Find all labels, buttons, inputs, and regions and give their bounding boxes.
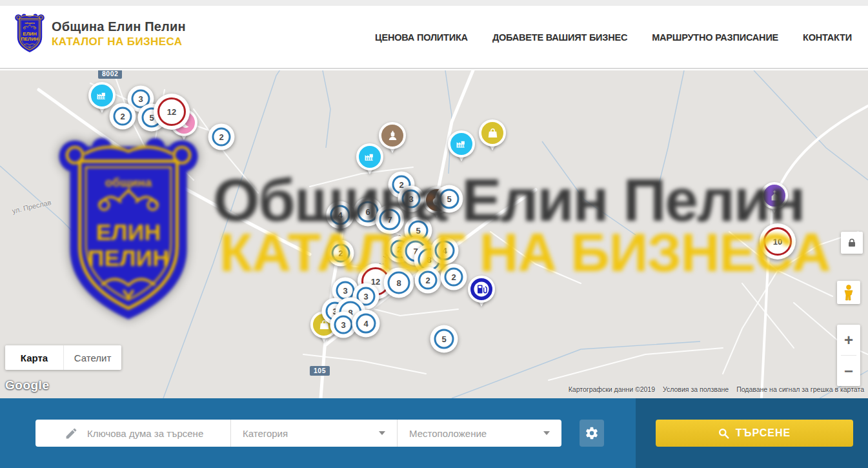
cluster-count: 2 [212, 128, 231, 147]
svg-text:община: община [25, 21, 35, 25]
location-select-value: Местоположение [409, 428, 487, 439]
search-bar: Категория Местоположение ТЪРСЕНЕ [0, 398, 868, 468]
nav-link-pricing[interactable]: ЦЕНОВА ПОЛИТИКА [375, 32, 468, 43]
cluster-count: 4 [356, 314, 376, 334]
business-pin-bag[interactable] [478, 119, 507, 157]
zoom-control: + − [837, 325, 860, 386]
cluster-marker[interactable]: 3 [398, 186, 425, 212]
site-title: Община Елин Пелин [52, 19, 186, 34]
gear-icon [585, 426, 599, 440]
zoom-in-button[interactable]: + [837, 325, 860, 355]
site-logo[interactable]: община ЕЛИН ПЕЛИН Община Елин Пелин КАТА… [14, 13, 186, 54]
category-select[interactable]: Категория [230, 420, 397, 447]
nav-link-add-business[interactable]: ДОБАВЕТЕ ВАШИЯТ БИЗНЕС [492, 32, 627, 43]
worker-icon [379, 122, 406, 149]
chevron-down-icon [379, 431, 385, 435]
pencil-icon [65, 427, 78, 440]
advanced-settings-button[interactable] [580, 420, 604, 447]
road-badge: 8002 [98, 70, 122, 79]
nav-link-contacts[interactable]: КОНТАКТИ [803, 32, 852, 43]
cluster-count: 2 [419, 271, 438, 290]
keyword-search-input[interactable] [87, 428, 226, 439]
nav-link-schedule[interactable]: МАРШРУТНО РАЗПИСАНИЕ [652, 32, 778, 43]
cluster-marker[interactable]: 7 [376, 205, 405, 234]
chevron-down-icon [543, 431, 550, 435]
street-view-pegman-button[interactable] [837, 281, 860, 304]
business-pin-church[interactable] [760, 182, 789, 219]
lock-icon [847, 238, 857, 248]
factory-icon [448, 130, 475, 158]
church-icon [761, 182, 788, 209]
cluster-count: 2 [332, 244, 350, 263]
site-subtitle: КАТАЛОГ НА БИЗНЕСА [52, 36, 186, 48]
keyword-field-wrap [35, 420, 230, 447]
report-error-link[interactable]: Подаване на сигнал за грешка в картата [736, 385, 864, 393]
search-fields-group: Категория Местоположение [35, 420, 561, 447]
cluster-marker[interactable]: 2 [328, 240, 354, 267]
svg-text:ЕЛИН: ЕЛИН [23, 31, 36, 37]
attribution-copyright: Картографски данни ©2019 [569, 385, 655, 393]
map-type-control: Карта Сателит [5, 345, 121, 370]
cluster-marker[interactable]: 2 [208, 124, 235, 150]
terms-link[interactable]: Условия за ползване [663, 385, 729, 393]
search-button-label: ТЪРСЕНЕ [736, 427, 791, 439]
cluster-count: 5 [439, 189, 459, 209]
main-nav: ЦЕНОВА ПОЛИТИКА ДОБАВЕТЕ ВАШИЯТ БИЗНЕС М… [375, 6, 852, 69]
cluster-count: 5 [434, 329, 454, 349]
cluster-marker[interactable]: 4 [431, 237, 459, 265]
business-pin-factory[interactable] [447, 130, 476, 168]
site-header: община ЕЛИН ПЕЛИН Община Елин Пелин КАТА… [0, 6, 868, 69]
cluster-count: 2 [445, 268, 463, 287]
cluster-marker[interactable]: 8 [384, 268, 414, 298]
municipality-crest-icon: община ЕЛИН ПЕЛИН [14, 13, 45, 54]
cluster-marker[interactable]: 10 [760, 223, 796, 259]
cluster-marker[interactable]: 2 [110, 103, 136, 130]
cluster-count: 10 [763, 227, 792, 256]
top-strip [0, 0, 868, 6]
cluster-count: 8 [388, 272, 410, 294]
map-type-map-button[interactable]: Карта [5, 345, 63, 370]
google-map[interactable]: 8002 105 ул. Преслав бул. „Новосел [0, 70, 868, 398]
google-logo[interactable]: Google [5, 378, 49, 392]
location-select[interactable]: Местоположение [397, 420, 561, 447]
cluster-count: 3 [334, 316, 353, 334]
cluster-count: 7 [379, 209, 401, 230]
map-type-satellite-button[interactable]: Сателит [63, 345, 121, 370]
cluster-marker[interactable]: 12 [154, 94, 190, 130]
category-select-value: Категория [243, 428, 288, 439]
cluster-marker[interactable]: 4 [327, 201, 354, 229]
cluster-count: 12 [157, 97, 186, 126]
business-pin-fuel[interactable] [467, 276, 496, 313]
search-button[interactable]: ТЪРСЕНЕ [656, 420, 853, 447]
cluster-count: 4 [330, 205, 350, 225]
bag-icon [479, 119, 506, 147]
road-badge: 105 [310, 366, 330, 376]
fullscreen-lock-button[interactable] [841, 232, 863, 254]
fuel-icon [468, 276, 495, 303]
zoom-out-button[interactable]: − [837, 356, 860, 386]
factory-icon [88, 82, 116, 109]
cluster-marker[interactable]: 2 [415, 267, 441, 294]
cluster-marker[interactable]: 4 [352, 310, 380, 338]
cluster-count: 4 [435, 241, 455, 261]
cluster-count: 2 [114, 107, 132, 126]
pegman-icon [842, 284, 855, 301]
map-attribution: Картографски данни ©2019 Условия за полз… [569, 385, 864, 393]
cluster-count: 3 [402, 190, 421, 209]
cluster-marker[interactable]: 5 [436, 185, 463, 213]
business-pin-worker[interactable] [378, 122, 407, 159]
cluster-marker[interactable]: 2 [441, 264, 467, 290]
svg-text:ПЕЛИН: ПЕЛИН [21, 36, 39, 42]
cluster-marker[interactable]: 5 [430, 325, 458, 353]
search-icon [718, 428, 729, 439]
